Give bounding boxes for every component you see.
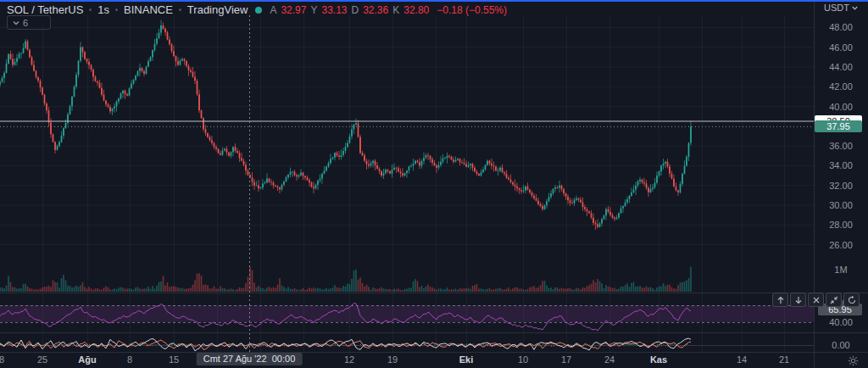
candle-body [468, 165, 470, 167]
volume-bar [44, 287, 46, 292]
oscillator-histogram-bar [360, 343, 361, 345]
volume-bar [14, 287, 16, 292]
currency-dropdown[interactable]: USDT [814, 3, 868, 13]
delete-pane-button[interactable] [808, 293, 824, 307]
volume-bar [205, 284, 207, 292]
candle-body [184, 59, 186, 61]
candle-body [470, 164, 471, 165]
volume-bar [453, 289, 454, 292]
candle-body [493, 165, 495, 166]
candle-body [510, 180, 512, 182]
move-pane-down-button[interactable] [790, 293, 806, 307]
volume-bar [20, 288, 22, 292]
oscillator-histogram-bar [465, 344, 465, 345]
oscillator-histogram-bar [165, 345, 166, 346]
settings-gear-icon[interactable] [848, 354, 859, 368]
volume-bar [342, 286, 344, 292]
candle-body [258, 186, 259, 189]
volume-bar [108, 287, 109, 292]
oscillator-histogram-bar [176, 344, 177, 345]
maximize-pane-button[interactable] [826, 293, 842, 307]
time-axis[interactable]: Cmt 27 Ağu '22 00:00 825Ağu8151219Eki101… [0, 352, 868, 368]
candle-body [46, 103, 47, 110]
volume-bar [427, 285, 429, 292]
candle-body [236, 151, 238, 153]
candle-body [215, 147, 217, 148]
volume-bar [50, 287, 52, 292]
volume-bar [224, 288, 225, 292]
volume-bar [404, 289, 406, 292]
oscillator-histogram-bar [542, 344, 543, 345]
candle-body [279, 187, 281, 189]
volume-bar [482, 289, 484, 292]
candle-body [570, 200, 571, 203]
indicators-collapse-button[interactable]: 6 [7, 15, 51, 30]
volume-bar [266, 287, 268, 292]
candle-body [75, 75, 77, 86]
oscillator-histogram-bar [554, 345, 554, 347]
restore-pane-button[interactable] [843, 293, 860, 307]
volume-bar [536, 288, 537, 292]
candle-body [36, 71, 37, 78]
volume-bar [508, 287, 509, 292]
candle-body [415, 161, 416, 164]
volume-bar [548, 288, 550, 292]
oscillator-histogram-bar [119, 345, 120, 346]
interval-label[interactable]: 1s [97, 3, 109, 16]
symbol-name[interactable]: SOL / TetherUS [7, 3, 83, 16]
candle-body [180, 60, 181, 64]
chart-canvas[interactable] [0, 0, 868, 368]
candle-body [533, 196, 535, 198]
candle-body [324, 170, 326, 174]
candle-body [671, 174, 673, 179]
market-status-icon[interactable] [255, 7, 262, 14]
volume-bar [663, 283, 665, 292]
volume-bar [169, 287, 170, 292]
price-tick-label: 28.00 [814, 220, 868, 230]
move-pane-up-button[interactable] [772, 293, 788, 307]
candle-body [540, 204, 542, 206]
volume-bar [410, 288, 412, 292]
volume-bar [448, 290, 450, 292]
candle-body [283, 181, 285, 185]
volume-bar [74, 287, 75, 292]
candle-body [313, 187, 314, 188]
candle-body [616, 218, 618, 220]
volume-bar [359, 277, 361, 292]
legend-separator [179, 8, 181, 11]
volume-bar [531, 287, 533, 292]
volume-bar [495, 289, 497, 292]
time-tick-label: 8 [115, 354, 144, 365]
candle-body [504, 172, 505, 174]
candle-body [311, 182, 313, 187]
volume-bar [601, 283, 603, 292]
oscillator-histogram-bar [589, 345, 590, 346]
exchange-label[interactable]: BINANCE [124, 3, 173, 16]
volume-bar [3, 288, 5, 292]
candle-body [455, 160, 457, 162]
volume-bar [326, 288, 327, 292]
price-tick-label: 32.00 [814, 181, 868, 191]
candle-body [334, 153, 336, 157]
volume-bar [578, 288, 580, 292]
volume-bar [519, 289, 520, 292]
candle-body [143, 71, 145, 74]
candle-body [457, 159, 459, 159]
volume-bar [207, 285, 209, 292]
volume-bar [97, 288, 98, 292]
last-price-label: 37.95 [815, 120, 862, 132]
volume-bar [565, 289, 567, 292]
candle-body [464, 163, 465, 164]
candle-body [459, 159, 461, 162]
volume-bar [409, 287, 410, 292]
candle-body [351, 129, 353, 136]
candle-body [103, 95, 105, 101]
volume-bar [163, 276, 164, 292]
candle-body [135, 75, 136, 80]
crosshair-date-tooltip: Cmt 27 Ağu '22 00:00 [197, 353, 303, 365]
candle-body [537, 201, 539, 204]
candle-body [529, 190, 531, 192]
legend-separator [89, 8, 92, 11]
volume-bar [574, 289, 576, 292]
candle-body [245, 164, 247, 170]
